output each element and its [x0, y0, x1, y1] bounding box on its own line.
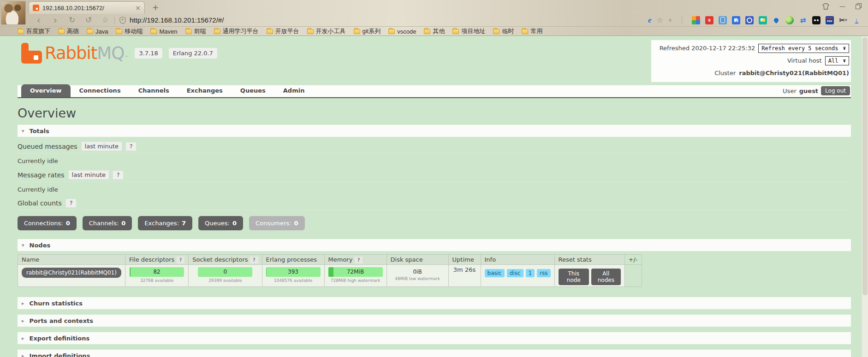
- reset-all-nodes-button[interactable]: All nodes: [591, 269, 621, 285]
- bookmark-folder[interactable]: 项目地址: [452, 27, 485, 35]
- screenshot-scissors-icon[interactable]: ✂▾: [839, 16, 847, 24]
- bookmark-folder[interactable]: 常用: [522, 27, 542, 35]
- tab-overview[interactable]: Overview: [21, 84, 71, 97]
- logout-button[interactable]: Log out: [821, 86, 850, 95]
- bookmark-folder[interactable]: 通用学习平台: [214, 27, 259, 35]
- tab-connections[interactable]: Connections: [71, 84, 130, 97]
- tab-close-icon[interactable]: ×: [135, 5, 141, 11]
- section-import-definitions[interactable]: ▸ Import definitions: [18, 350, 851, 357]
- bookmark-star-icon[interactable]: ☆: [101, 16, 110, 24]
- bookmark-folder[interactable]: 移动端: [116, 27, 143, 35]
- channels-count-button[interactable]: Channels:0: [83, 216, 132, 230]
- folder-icon: [214, 29, 220, 34]
- download-manager-globe-icon[interactable]: [785, 16, 794, 24]
- bookmark-label: 前端: [194, 27, 206, 35]
- tab-exchanges[interactable]: Exchanges: [178, 84, 232, 97]
- bookmark-folder[interactable]: 开发小工具: [307, 27, 346, 35]
- phone-assistant-icon[interactable]: [719, 16, 727, 24]
- scrollbar-thumb[interactable]: [862, 37, 868, 295]
- scrollbar-track[interactable]: [862, 36, 868, 357]
- forward-icon[interactable]: ›: [51, 15, 60, 25]
- refreshed-label: Refreshed 2020-12-17 22:25:32: [660, 45, 755, 52]
- queued-range-selector[interactable]: last minute: [82, 142, 122, 151]
- erlang-meter: 393: [266, 267, 321, 277]
- image-extension-icon[interactable]: [759, 16, 767, 24]
- tab-queues[interactable]: Queues: [232, 84, 274, 97]
- help-icon[interactable]: ?: [250, 257, 258, 263]
- skin-shirt-icon[interactable]: [822, 3, 829, 10]
- logo-tm: ™: [124, 55, 128, 60]
- node-name-pill[interactable]: rabbit@Christy021(RabbitMQ01): [22, 268, 121, 278]
- columns-plus-minus-link[interactable]: +/-: [624, 255, 642, 265]
- downloads-icon[interactable]: [852, 16, 861, 24]
- folder-icon: [87, 29, 93, 34]
- restore-session-icon[interactable]: ↺: [84, 16, 93, 24]
- connections-count-button[interactable]: Connections:0: [18, 216, 77, 230]
- reset-this-node-button[interactable]: This node: [559, 269, 589, 285]
- restore-button[interactable]: [856, 3, 862, 9]
- folder-icon: [452, 29, 459, 34]
- tab-channels[interactable]: Channels: [130, 84, 178, 97]
- section-nodes[interactable]: ▾ Nodes: [18, 239, 851, 251]
- bookmark-folder[interactable]: 前端: [185, 27, 206, 35]
- info-badge-rss[interactable]: rss: [537, 269, 550, 277]
- refresh-icon[interactable]: ↻: [67, 16, 77, 24]
- section-ports-and-contexts[interactable]: ▸ Ports and contexts: [18, 315, 851, 327]
- shopping-extension-icon[interactable]: 购: [732, 16, 740, 24]
- bookmark-folder[interactable]: 百度旗下: [18, 27, 50, 35]
- tab-admin[interactable]: Admin: [274, 84, 314, 97]
- ie-compat-icon[interactable]: e: [648, 16, 652, 25]
- refresh-interval-select[interactable]: Refresh every 5 seconds ∨: [758, 44, 849, 53]
- minimize-button[interactable]: —: [839, 3, 845, 10]
- section-export-definitions[interactable]: ▸ Export definitions: [18, 332, 851, 344]
- browser-tab[interactable]: 192.168.10.201:15672/ ×: [29, 1, 145, 14]
- apps-grid-icon[interactable]: [692, 16, 700, 24]
- sync-arrows-icon[interactable]: ⇄: [799, 16, 807, 24]
- virtual-host-select[interactable]: All ∨: [825, 56, 849, 65]
- info-badge-basic[interactable]: basic: [485, 269, 505, 277]
- refresh-interval-value: Refresh every 5 seconds: [761, 45, 838, 52]
- expand-triangle-icon: ▸: [22, 300, 24, 306]
- info-badge-1[interactable]: 1: [526, 269, 535, 277]
- folder-icon: [493, 29, 499, 34]
- help-icon[interactable]: ?: [113, 171, 123, 179]
- favorites-star-icon[interactable]: ☆: [657, 16, 663, 24]
- section-totals[interactable]: ▾ Totals: [18, 125, 851, 137]
- back-icon[interactable]: ‹: [34, 15, 43, 25]
- site-safety-shield-icon[interactable]: [119, 17, 126, 24]
- pdf-extension-icon[interactable]: PDF: [826, 16, 834, 24]
- bookmark-folder[interactable]: vscode: [388, 28, 416, 35]
- help-icon[interactable]: ?: [126, 142, 136, 151]
- empty-cell: [624, 265, 642, 287]
- help-icon[interactable]: ?: [177, 257, 185, 263]
- bookmark-folder[interactable]: 其他: [424, 27, 445, 35]
- reader-extension-icon[interactable]: [812, 16, 820, 24]
- bookmark-folder[interactable]: 临时: [493, 27, 514, 35]
- video-extension-icon[interactable]: [745, 16, 754, 24]
- file-descriptors-cell: 82 32768 available: [125, 265, 188, 287]
- favorites-caret-icon[interactable]: ∨: [668, 17, 672, 23]
- socket-descriptors-cell: 0 29399 available: [189, 265, 262, 287]
- bookmark-folder[interactable]: git系列: [354, 27, 381, 35]
- bookmark-folder[interactable]: 高德: [58, 27, 79, 35]
- bookmark-label: 开放平台: [275, 27, 299, 35]
- folder-icon: [58, 29, 65, 34]
- exchanges-count-button[interactable]: Exchanges:7: [138, 216, 192, 230]
- extension-red-icon[interactable]: 9: [705, 16, 713, 24]
- consumers-count-button[interactable]: Consumers:0: [249, 216, 305, 230]
- bookmark-folder[interactable]: 开放平台: [267, 27, 299, 35]
- info-badge-disc[interactable]: disc: [507, 269, 523, 277]
- rates-range-selector[interactable]: last minute: [69, 170, 109, 179]
- bookmark-folder[interactable]: Java: [87, 28, 108, 35]
- queues-count-button[interactable]: Queues:0: [198, 216, 243, 230]
- bookmark-folder[interactable]: Maven: [150, 28, 177, 35]
- help-icon[interactable]: ?: [66, 199, 76, 207]
- map-pin-icon[interactable]: [772, 16, 780, 24]
- url-text[interactable]: http://192.168.10.201:15672/#/: [130, 16, 224, 24]
- address-bar[interactable]: http://192.168.10.201:15672/#/: [119, 16, 224, 24]
- section-churn-statistics[interactable]: ▸ Churn statistics: [18, 297, 851, 309]
- col-file-descriptors: File descriptors ?: [125, 255, 188, 265]
- new-tab-button[interactable]: +: [150, 3, 161, 12]
- help-icon[interactable]: ?: [355, 257, 363, 263]
- rabbitmq-logo[interactable]: RabbitMQ™ 3.7.18 Erlang 22.0.7: [21, 43, 217, 64]
